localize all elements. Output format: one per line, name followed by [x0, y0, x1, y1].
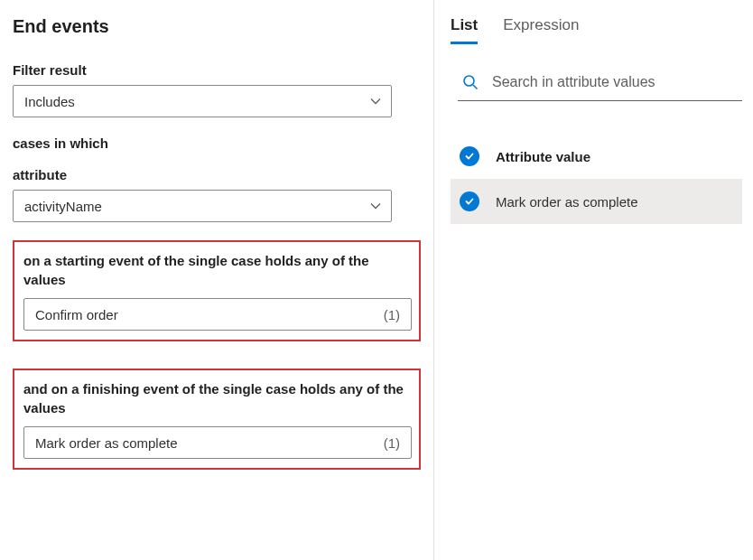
cases-in-which-text: cases in which	[13, 135, 421, 151]
attribute-field: attribute activityName	[13, 167, 421, 222]
check-icon	[460, 146, 479, 166]
starting-event-count: (1)	[384, 307, 400, 322]
tab-list[interactable]: List	[451, 16, 478, 44]
chevron-down-icon	[369, 200, 382, 212]
svg-line-1	[473, 85, 478, 89]
filter-result-field: Filter result Includes	[13, 62, 421, 117]
finishing-event-box: and on a finishing event of the single c…	[13, 369, 421, 470]
page-title: End events	[13, 16, 421, 37]
attribute-value: activityName	[24, 199, 102, 214]
attribute-value-item[interactable]: Mark order as complete	[451, 179, 742, 224]
starting-event-label: on a starting event of the single case h…	[23, 251, 412, 289]
starting-event-box: on a starting event of the single case h…	[13, 240, 421, 341]
attribute-label: attribute	[13, 167, 421, 182]
search-input[interactable]	[492, 74, 739, 90]
attribute-value-header: Attribute value	[496, 149, 590, 164]
search-icon	[461, 73, 479, 91]
search-row	[458, 66, 742, 101]
left-filter-panel: End events Filter result Includes cases …	[0, 0, 433, 560]
finishing-event-label: and on a finishing event of the single c…	[23, 379, 412, 417]
tabs: List Expression	[451, 16, 742, 44]
attribute-value-text: Mark order as complete	[496, 194, 638, 210]
finishing-event-value: Mark order as complete	[35, 435, 178, 451]
filter-result-dropdown[interactable]: Includes	[13, 85, 392, 117]
right-values-panel: List Expression Attribute value Mark ord…	[433, 0, 753, 560]
attribute-dropdown[interactable]: activityName	[13, 190, 392, 222]
finishing-event-count: (1)	[384, 435, 400, 451]
chevron-down-icon	[369, 95, 382, 107]
filter-result-label: Filter result	[13, 62, 421, 78]
starting-event-value: Confirm order	[35, 307, 118, 322]
check-icon	[460, 191, 479, 211]
svg-point-0	[464, 76, 474, 86]
finishing-event-input[interactable]: Mark order as complete (1)	[23, 426, 412, 459]
filter-result-value: Includes	[24, 94, 75, 109]
starting-event-input[interactable]: Confirm order (1)	[23, 298, 412, 331]
attribute-value-header-row[interactable]: Attribute value	[451, 134, 742, 179]
tab-expression[interactable]: Expression	[503, 16, 579, 44]
